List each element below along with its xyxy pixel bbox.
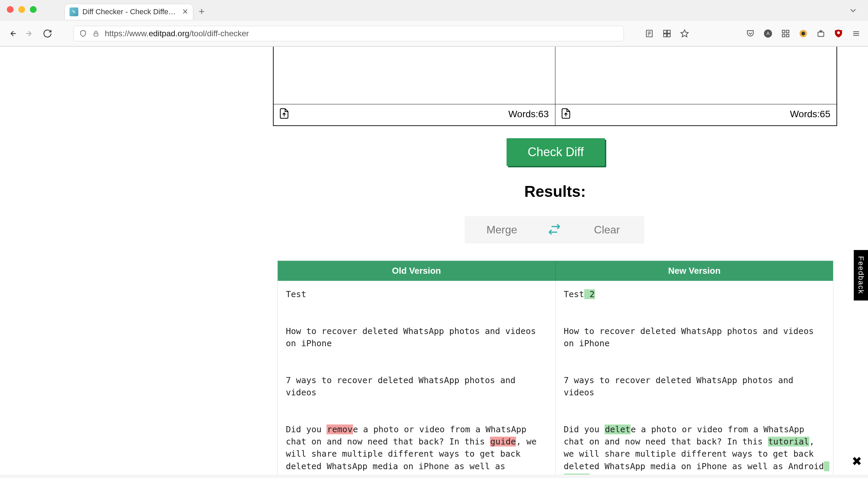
- tabs-dropdown-icon[interactable]: [848, 6, 858, 17]
- reader-mode-icon[interactable]: [644, 28, 654, 39]
- app-menu-icon[interactable]: [851, 28, 861, 39]
- extension-b-icon[interactable]: [816, 28, 826, 39]
- window-close[interactable]: [7, 6, 14, 13]
- window-maximize[interactable]: [30, 6, 37, 13]
- svg-text:A: A: [767, 31, 770, 36]
- shield-icon: [79, 29, 87, 38]
- extension-a-icon[interactable]: [798, 28, 808, 39]
- tab-bar: ✎ Diff Checker - Check Difference ✕ +: [0, 2, 868, 21]
- window-controls: [0, 0, 43, 13]
- account-icon[interactable]: A: [763, 28, 773, 39]
- left-word-count: Words:63: [508, 109, 549, 120]
- upload-left-icon[interactable]: [278, 108, 290, 121]
- clear-button[interactable]: Clear: [570, 216, 644, 244]
- diff-removed: remov: [327, 424, 353, 434]
- right-input-footer: Words:65: [555, 104, 837, 125]
- check-diff-button[interactable]: Check Diff: [507, 138, 605, 166]
- results-heading: Results:: [273, 182, 837, 201]
- left-input-column: Words:63: [274, 47, 555, 125]
- merge-button[interactable]: Merge: [465, 216, 539, 244]
- diff-added: 2: [584, 289, 595, 299]
- back-button[interactable]: [7, 28, 18, 39]
- svg-rect-16: [782, 34, 785, 37]
- svg-point-21: [837, 32, 840, 34]
- new-version-header: New Version: [556, 261, 833, 281]
- nav-bar: https://www.editpad.org/tool/diff-checke…: [0, 21, 868, 46]
- left-textarea[interactable]: [274, 47, 555, 104]
- left-input-footer: Words:63: [274, 104, 555, 125]
- browser-chrome: ✎ Diff Checker - Check Difference ✕ + ht…: [0, 0, 868, 47]
- new-version-column: Test 2 How to recover deleted WhatsApp p…: [556, 281, 833, 475]
- right-textarea[interactable]: [555, 47, 837, 104]
- container-icon[interactable]: [662, 28, 672, 39]
- svg-rect-2: [94, 33, 98, 36]
- close-tab-icon[interactable]: ✕: [182, 7, 188, 16]
- svg-rect-20: [818, 32, 824, 37]
- svg-rect-8: [667, 30, 670, 33]
- swap-icon: [548, 223, 561, 237]
- lock-icon: [92, 29, 100, 38]
- pocket-icon[interactable]: [745, 28, 755, 39]
- forward-button[interactable]: [24, 28, 35, 39]
- close-ad-icon[interactable]: ✖: [852, 454, 862, 469]
- tab-title: Diff Checker - Check Difference: [82, 7, 178, 16]
- address-bar[interactable]: https://www.editpad.org/tool/diff-checke…: [73, 26, 624, 41]
- svg-rect-14: [782, 30, 785, 33]
- page-content: Words:63 Words:65 Check Diff Results: Me…: [0, 47, 868, 475]
- diff-added: delet: [605, 424, 631, 434]
- svg-rect-17: [786, 34, 789, 37]
- diff-removed: guide: [490, 437, 516, 446]
- notepad-icon: ✎: [70, 7, 78, 16]
- right-input-column: Words:65: [555, 47, 837, 125]
- svg-point-19: [802, 32, 805, 36]
- input-panels: Words:63 Words:65: [273, 47, 837, 126]
- old-version-column: Test How to recover deleted WhatsApp pho…: [278, 281, 556, 475]
- url-text: https://www.editpad.org/tool/diff-checke…: [105, 29, 249, 38]
- feedback-tab[interactable]: Feedback: [854, 250, 868, 300]
- right-word-count: Words:65: [790, 109, 830, 120]
- diff-added: tutorial: [768, 437, 809, 446]
- reload-button[interactable]: [42, 28, 53, 39]
- svg-marker-11: [681, 30, 688, 37]
- ublock-icon[interactable]: [833, 28, 844, 39]
- old-version-header: Old Version: [278, 261, 556, 281]
- new-tab-button[interactable]: +: [199, 6, 205, 17]
- results-actions: Merge Clear: [465, 216, 644, 244]
- svg-rect-15: [786, 30, 789, 33]
- bookmark-star-icon[interactable]: [679, 28, 690, 39]
- window-minimize[interactable]: [18, 6, 25, 13]
- diff-results-table: Old Version New Version Test How to reco…: [277, 261, 833, 475]
- svg-rect-7: [664, 30, 667, 33]
- upload-right-icon[interactable]: [560, 108, 572, 121]
- swap-button[interactable]: [539, 223, 570, 237]
- svg-rect-9: [664, 34, 667, 37]
- diff-table-header: Old Version New Version: [278, 261, 833, 281]
- browser-tab[interactable]: ✎ Diff Checker - Check Difference ✕: [64, 4, 193, 20]
- svg-rect-10: [667, 34, 670, 37]
- diff-table-body: Test How to recover deleted WhatsApp pho…: [278, 281, 833, 475]
- extensions-icon[interactable]: [781, 28, 791, 39]
- toolbar-right: A: [644, 28, 861, 39]
